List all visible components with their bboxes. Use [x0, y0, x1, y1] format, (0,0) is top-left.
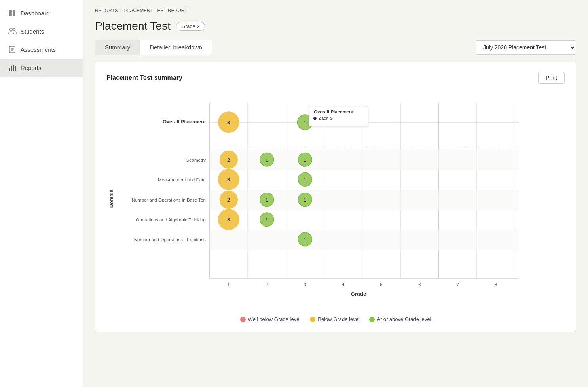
summary-card: Placement Test summary Print: [95, 62, 576, 332]
svg-rect-3: [13, 13, 15, 16]
svg-text:Domain: Domain: [109, 189, 114, 208]
sidebar-item-reports[interactable]: Reports: [0, 59, 83, 77]
legend-below: Below Grade level: [310, 316, 360, 322]
svg-text:6: 6: [418, 282, 421, 287]
svg-text:5: 5: [380, 282, 383, 287]
tabs-row: Summary Detailed breakdown July 2020 Pla…: [95, 40, 576, 55]
test-select[interactable]: July 2020 Placement Test August 2020 Pla…: [476, 40, 576, 55]
sidebar-item-label: Assessments: [21, 46, 56, 53]
svg-text:3: 3: [227, 177, 230, 183]
sidebar-item-dashboard[interactable]: Dashboard: [0, 4, 83, 22]
breadcrumb-separator: ›: [120, 8, 122, 13]
svg-rect-32: [210, 230, 519, 250]
chart-legend: Well below Grade level Below Grade level…: [106, 316, 565, 322]
svg-text:Operations and Algebraic Think: Operations and Algebraic Thinking: [136, 217, 206, 222]
svg-text:1: 1: [304, 120, 307, 125]
svg-text:Overall Placement: Overall Placement: [163, 119, 206, 125]
svg-text:Number and Operations - Fracti: Number and Operations - Fractions: [134, 237, 206, 242]
svg-text:1: 1: [266, 217, 268, 222]
svg-text:1: 1: [304, 198, 307, 202]
svg-text:1: 1: [266, 198, 268, 202]
svg-rect-10: [15, 66, 16, 71]
below-dot: [310, 317, 315, 322]
sidebar-item-assessments[interactable]: Assessments: [0, 40, 83, 59]
card-header: Placement Test summary Print: [106, 72, 565, 84]
svg-text:8: 8: [495, 282, 497, 287]
page-title: Placement Test: [95, 20, 171, 32]
legend-at-or-above: At or above Grade level: [369, 316, 431, 322]
breadcrumb-reports-link[interactable]: REPORTS: [95, 8, 118, 13]
sidebar-item-label: Reports: [21, 64, 42, 71]
svg-point-5: [13, 29, 15, 31]
reports-icon: [8, 63, 17, 72]
sidebar: Dashboard Students Assessments: [0, 0, 83, 387]
svg-rect-9: [13, 65, 14, 71]
svg-text:7: 7: [457, 282, 459, 287]
main-content: REPORTS › PLACEMENT TEST REPORT Placemen…: [83, 0, 588, 387]
svg-text:Number and Operations in Base : Number and Operations in Base Ten: [132, 198, 206, 202]
svg-text:2: 2: [227, 197, 230, 203]
sidebar-item-label: Dashboard: [21, 10, 49, 17]
svg-rect-7: [9, 68, 10, 71]
print-button[interactable]: Print: [538, 72, 565, 84]
svg-text:3: 3: [227, 217, 230, 223]
assessments-icon: [8, 45, 17, 54]
card-title: Placement Test summary: [106, 74, 182, 81]
svg-text:3: 3: [227, 119, 230, 125]
svg-rect-2: [9, 13, 12, 16]
bubble-chart-svg: Overall Placement Geometry Measurement a…: [106, 92, 565, 309]
legend-well-below: Well below Grade level: [240, 316, 301, 322]
sidebar-item-students[interactable]: Students: [0, 22, 83, 40]
dashboard-icon: [8, 9, 17, 17]
svg-text:1: 1: [304, 237, 307, 242]
grade-badge: Grade 2: [176, 22, 205, 31]
tab-detailed-breakdown[interactable]: Detailed breakdown: [140, 40, 212, 55]
legend-at-or-above-label: At or above Grade level: [377, 316, 431, 322]
svg-text:Overall Placement: Overall Placement: [314, 109, 353, 114]
svg-rect-1: [13, 10, 15, 13]
svg-text:1: 1: [266, 158, 268, 162]
at-or-above-dot: [369, 317, 375, 322]
svg-text:Grade: Grade: [351, 291, 366, 297]
sidebar-item-label: Students: [21, 28, 44, 35]
svg-text:1: 1: [304, 158, 307, 162]
svg-text:1: 1: [228, 282, 230, 287]
svg-text:Zach S: Zach S: [319, 116, 333, 121]
svg-rect-0: [9, 10, 12, 13]
svg-text:4: 4: [342, 282, 345, 287]
svg-text:2: 2: [266, 282, 268, 287]
svg-rect-8: [11, 66, 12, 71]
legend-below-label: Below Grade level: [318, 316, 360, 322]
breadcrumb: REPORTS › PLACEMENT TEST REPORT: [95, 8, 576, 13]
svg-rect-30: [210, 150, 519, 170]
breadcrumb-current: PLACEMENT TEST REPORT: [124, 8, 188, 13]
svg-rect-31: [210, 190, 519, 210]
svg-text:1: 1: [304, 177, 307, 182]
page-header: Placement Test Grade 2: [95, 20, 576, 32]
svg-text:3: 3: [304, 282, 306, 287]
svg-text:Measurement and Data: Measurement and Data: [158, 177, 206, 182]
chart-container: Overall Placement Geometry Measurement a…: [106, 92, 565, 322]
svg-text:2: 2: [227, 157, 230, 163]
svg-text:Geometry: Geometry: [186, 158, 206, 162]
svg-point-4: [10, 28, 13, 31]
svg-point-77: [313, 117, 317, 120]
tab-group: Summary Detailed breakdown: [95, 40, 212, 55]
legend-well-below-label: Well below Grade level: [248, 316, 301, 322]
tab-summary[interactable]: Summary: [95, 40, 140, 55]
students-icon: [8, 27, 17, 36]
well-below-dot: [240, 317, 246, 322]
